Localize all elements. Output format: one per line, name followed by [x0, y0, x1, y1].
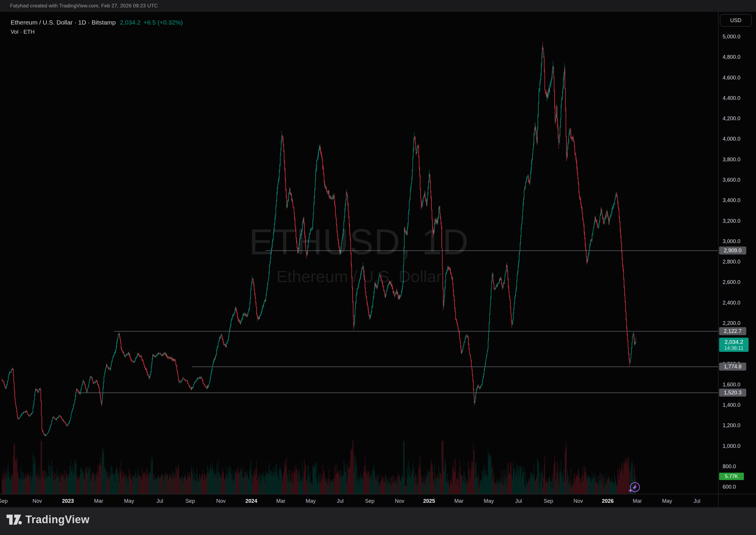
level-price-label: 2,122.7: [719, 327, 746, 335]
time-tick-month: May: [124, 498, 134, 504]
level-price-label: 1,774.8: [719, 363, 746, 371]
axis-corner-divider: [718, 494, 718, 508]
currency-toggle-button[interactable]: USD: [720, 14, 752, 27]
price-tick-label: 3,200.0: [723, 218, 740, 224]
level-price-label: 1,520.3: [719, 389, 746, 397]
time-tick-month: Jul: [515, 498, 522, 504]
price-tick-label: 5,000.0: [723, 34, 740, 40]
price-tick-label: 1,400.0: [723, 402, 740, 408]
price-tick-label: 4,000.0: [723, 136, 740, 142]
time-tick-month: Nov: [574, 498, 583, 504]
price-change: +6.5 (+0.32%): [144, 19, 183, 26]
price-tick-label: 1,000.0: [723, 443, 740, 449]
symbol-description-row[interactable]: Ethereum / U.S. Dollar · 1D · Bitstamp2,…: [11, 19, 183, 26]
current-price-label: 2,034.2 14:36:11: [719, 338, 749, 352]
time-tick-month: May: [484, 498, 494, 504]
tradingview-logo-icon: [7, 513, 22, 526]
time-tick-month: Sep: [0, 498, 8, 504]
tradingview-logo-link[interactable]: TradingView: [7, 513, 90, 526]
price-tick-label: 3,000.0: [723, 238, 740, 244]
footer-bar: TradingView: [0, 507, 756, 535]
level-price-label: 2,909.0: [719, 247, 746, 255]
chart-area[interactable]: ETHUSD, 1D Ethereum / U.S. Dollar Ethere…: [0, 12, 718, 494]
time-tick-month: Sep: [365, 498, 374, 504]
chart-legend[interactable]: Ethereum / U.S. Dollar · 1D · Bitstamp2,…: [11, 19, 183, 35]
price-tick-label: 1,200.0: [723, 422, 740, 429]
price-tick-label: 2,800.0: [723, 259, 740, 265]
time-tick-month: Nov: [216, 498, 226, 504]
time-tick-month: Nov: [33, 498, 42, 504]
time-tick-year: 2023: [62, 498, 74, 504]
volume-indicator-label[interactable]: Vol · ETH: [11, 29, 183, 35]
price-axis[interactable]: USD 5,000.04,800.04,600.04,400.04,200.04…: [718, 12, 756, 494]
time-tick-month: Nov: [395, 498, 404, 504]
bar-countdown: 14:36:11: [724, 345, 743, 351]
price-tick-label: 4,200.0: [723, 116, 740, 122]
price-tick-label: 2,600.0: [723, 279, 740, 285]
time-tick-month: Sep: [185, 498, 195, 504]
time-tick-year: 2024: [245, 498, 257, 504]
price-tick-label: 2,200.0: [723, 320, 740, 326]
price-chart-canvas[interactable]: [0, 12, 718, 494]
price-tick-label: 1,600.0: [723, 381, 740, 388]
time-tick-month: Sep: [544, 498, 553, 504]
time-tick-month: Jul: [693, 498, 700, 504]
last-price: 2,034.2: [120, 19, 141, 26]
current-price-value: 2,034.2: [724, 339, 743, 345]
price-tick-label: 4,800.0: [723, 54, 740, 60]
attribution-text: Fatyhad created with TradingView.com, Fe…: [10, 3, 158, 9]
price-tick-label: 3,600.0: [723, 177, 740, 183]
time-tick-month: Mar: [633, 498, 642, 504]
time-tick-month: May: [662, 498, 672, 504]
time-tick-year: 2026: [602, 498, 614, 504]
price-tick-label: 4,400.0: [723, 95, 740, 101]
time-tick-month: Jul: [156, 498, 163, 504]
symbol-title[interactable]: Ethereum / U.S. Dollar · 1D · Bitstamp: [11, 19, 116, 26]
time-tick-month: May: [306, 498, 316, 504]
price-tick-label: 600.0: [723, 484, 736, 490]
attribution-bar: Fatyhad created with TradingView.com, Fe…: [0, 0, 756, 12]
time-tick-month: Mar: [276, 498, 285, 504]
price-tick-label: 2,400.0: [723, 299, 740, 306]
price-tick-label: 3,400.0: [723, 197, 740, 204]
price-tick-label: 4,600.0: [723, 74, 740, 81]
price-tick-label: 800.0: [723, 463, 736, 469]
time-axis[interactable]: SepNov2023MarMayJulSepNov2024MarMayJulSe…: [0, 494, 756, 508]
time-tick-year: 2025: [423, 498, 435, 504]
price-tick-label: 3,800.0: [723, 156, 740, 162]
volume-axis-label: 5.77K: [719, 473, 744, 480]
time-tick-month: Jul: [337, 498, 343, 504]
flash-sparkle-icon[interactable]: [628, 481, 641, 494]
time-tick-month: Mar: [94, 498, 103, 504]
time-tick-month: Mar: [454, 498, 464, 504]
tradingview-brand-text: TradingView: [25, 514, 90, 526]
